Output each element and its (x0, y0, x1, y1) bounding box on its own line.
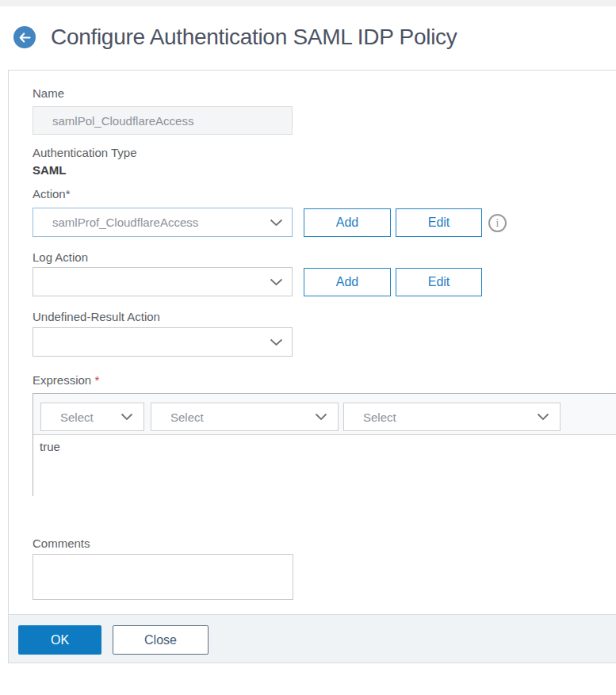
info-icon[interactable]: i (488, 214, 507, 232)
log-action-label: Log Action (33, 250, 88, 264)
form-panel: Name Authentication Type SAML Action* sa… (8, 70, 616, 663)
page-title: Configure Authentication SAML IDP Policy (51, 22, 457, 52)
name-input[interactable] (33, 106, 293, 135)
expression-label-text: Expression (33, 373, 91, 387)
ok-button[interactable]: OK (18, 625, 101, 655)
authentication-type-label: Authentication Type (33, 146, 136, 159)
log-action-add-button[interactable]: Add (304, 268, 391, 296)
expression-label: Expression * (33, 373, 99, 387)
expression-toolbar: Select Select Select (33, 394, 616, 435)
name-label: Name (33, 86, 64, 100)
action-edit-button[interactable]: Edit (396, 208, 482, 237)
undefined-result-action-label: Undefined-Result Action (33, 310, 160, 323)
chevron-down-icon (537, 413, 549, 421)
action-label: Action* (33, 187, 71, 200)
info-icon-glyph: i (496, 217, 499, 230)
expression-select-3[interactable]: Select (343, 403, 561, 431)
comments-input[interactable] (33, 554, 293, 600)
authentication-type-value: SAML (33, 163, 67, 177)
expression-select-2-value: Select (170, 411, 204, 424)
footer-bar: OK Close (9, 614, 616, 663)
action-select-value: samlProf_CloudflareAccess (52, 216, 198, 229)
chevron-down-icon (315, 413, 327, 421)
back-button[interactable] (13, 26, 36, 48)
chevron-down-icon (270, 338, 283, 346)
action-add-button[interactable]: Add (304, 208, 391, 237)
required-asterisk: * (94, 373, 99, 387)
page-top-strip (0, 0, 616, 6)
expression-select-2[interactable]: Select (151, 403, 339, 431)
expression-editor: Select Select Select true (33, 393, 616, 496)
expression-select-1-value: Select (60, 411, 94, 424)
log-action-edit-button[interactable]: Edit (396, 268, 482, 296)
expression-value-input[interactable]: true (33, 435, 616, 496)
chevron-down-icon (121, 413, 133, 421)
expression-select-1[interactable]: Select (40, 403, 144, 431)
chevron-down-icon (270, 219, 283, 227)
chevron-down-icon (270, 278, 283, 286)
action-select[interactable]: samlProf_CloudflareAccess (33, 208, 293, 237)
undefined-result-action-select[interactable] (33, 327, 293, 357)
arrow-left-icon (19, 32, 31, 43)
close-button[interactable]: Close (113, 625, 209, 655)
comments-label: Comments (33, 537, 90, 550)
expression-select-3-value: Select (363, 411, 396, 424)
log-action-select[interactable] (33, 267, 293, 296)
